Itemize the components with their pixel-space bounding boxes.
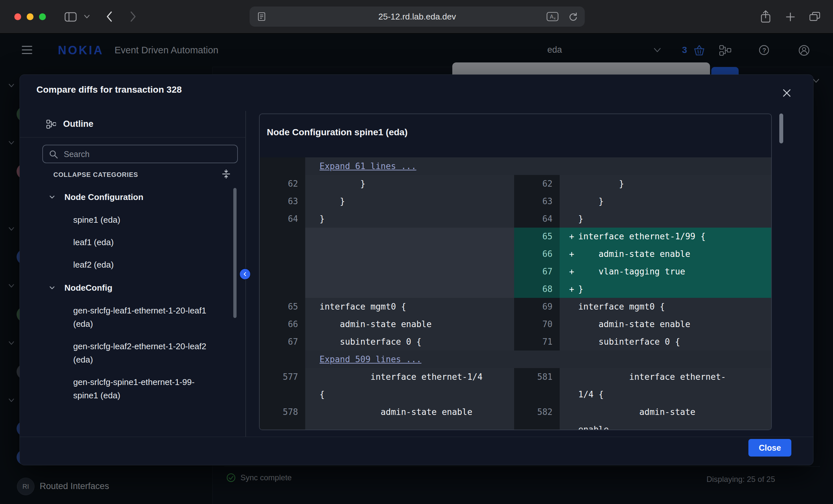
new-tab-icon[interactable] — [785, 12, 795, 22]
diff-code-cell — [305, 245, 514, 263]
traffic-light-minimize[interactable] — [27, 13, 33, 20]
tabs-overview-icon[interactable] — [809, 11, 820, 22]
traffic-light-close[interactable] — [14, 13, 21, 20]
diff-prefix: + — [569, 245, 578, 263]
diff-panel: Node Configuration spine1 (eda) Expand 6… — [259, 114, 772, 430]
diff-code-cell: subinterface 0 { — [305, 333, 514, 351]
diff-code-cell: } — [560, 193, 771, 210]
collapse-categories-row[interactable]: COLLAPSE CATEGORIES — [53, 171, 236, 178]
diff-prefix: + — [569, 280, 578, 298]
collapse-categories-label: COLLAPSE CATEGORIES — [53, 171, 138, 178]
tree-item[interactable]: leaf1 (eda) — [42, 231, 216, 254]
diff-code-line: + vlan-tagging true — [569, 263, 771, 280]
diff-panel-title: Node Configuration spine1 (eda) — [260, 114, 771, 157]
diff-expand-row: Expand 509 lines ... — [260, 351, 771, 368]
translate-icon[interactable]: Ax — [546, 12, 559, 22]
diff-line-number: 63 — [260, 193, 305, 210]
diff-code-line: admin-state enable — [569, 316, 771, 333]
tree-item-label: spine1 (eda) — [73, 215, 120, 225]
diff-code-cell: interface ethernet-1/4 { — [560, 368, 771, 403]
panel-collapse-button[interactable] — [239, 268, 251, 280]
tree-item[interactable]: spine1 (eda) — [42, 209, 216, 231]
expand-lines-link[interactable]: Expand 61 lines ... — [319, 161, 416, 171]
compare-diffs-modal: Compare diffs for transaction 328 Outlin… — [20, 74, 813, 465]
tree-item[interactable]: gen-srlcfg-spine1-ethernet-1-99-spine1 (… — [42, 371, 216, 407]
traffic-light-zoom[interactable] — [39, 13, 46, 20]
tree-scrollbar[interactable] — [233, 188, 237, 318]
diff-row: 67 subinterface 0 {71 subinterface 0 { — [260, 333, 771, 351]
diff-code-line: } — [319, 175, 514, 193]
diff-line-number — [260, 228, 305, 245]
diff-code-cell — [305, 263, 514, 280]
modal-footer-divider — [20, 437, 813, 437]
diff-code-cell: } — [560, 210, 771, 228]
diff-code-text: admin-state — [578, 407, 695, 417]
sidebar-toggle-icon[interactable] — [65, 12, 77, 22]
diff-code-line: +} — [569, 280, 771, 298]
diff-code-cell: + admin-state enable — [560, 245, 771, 263]
svg-text:x: x — [554, 16, 556, 20]
chevron-down-icon — [49, 194, 55, 200]
diff-gutter — [260, 157, 305, 175]
diff-line-number: 62 — [260, 175, 305, 193]
diff-code-cell: admin-state enable — [560, 316, 771, 333]
tree-category[interactable]: Node Configuration — [42, 185, 231, 209]
diff-code-line: subinterface 0 { — [569, 333, 771, 351]
diff-line-number: 65 — [260, 298, 305, 316]
outline-search[interactable] — [42, 145, 238, 163]
diff-rows: Expand 61 lines ...62 }62 }63 }63 }64}64… — [260, 157, 771, 430]
tree-category[interactable]: NodeConfig — [42, 276, 231, 300]
tree-item[interactable]: leaf2 (eda) — [42, 254, 216, 276]
browser-toolbar: 25-12.rd.lab.eda.dev Ax — [0, 0, 833, 33]
tree-item[interactable]: gen-srlcfg-leaf1-ethernet-1-20-leaf1 (ed… — [42, 300, 216, 335]
diff-code-cell: subinterface 0 { — [560, 333, 771, 351]
forward-button[interactable] — [128, 10, 138, 23]
diff-line-number: 68 — [514, 280, 560, 298]
tree-item[interactable]: gen-srlcfg-leaf2-ethernet-1-20-leaf2 (ed… — [42, 335, 216, 371]
diff-code-text: interface ethernet-1/99 { — [578, 231, 706, 241]
diff-code-line: + admin-state enable — [569, 245, 771, 263]
diff-line-number: 577 — [260, 368, 305, 403]
diff-row: 67+ vlan-tagging true — [260, 263, 771, 280]
diff-code-line: } — [319, 193, 514, 210]
diff-line-number: 65 — [514, 228, 560, 245]
diff-code-cell: } — [305, 193, 514, 210]
diff-code-line: enable — [569, 421, 771, 430]
diff-code-line: } — [569, 175, 771, 193]
tree-category-label: Node Configuration — [65, 192, 143, 202]
diff-code-line: interface mgmt0 { — [319, 298, 514, 316]
tree-category-label: NodeConfig — [65, 283, 112, 293]
tree-item-label: gen-srlcfg-leaf1-ethernet-1-20-leaf1 (ed… — [73, 306, 206, 329]
diff-code-cell: +interface ethernet-1/99 { — [560, 228, 771, 245]
share-icon[interactable] — [760, 10, 771, 23]
diff-line-number: 71 — [514, 333, 560, 351]
modal-close-button[interactable] — [781, 86, 794, 100]
diff-code-text: } — [578, 196, 603, 206]
search-input[interactable] — [63, 146, 234, 162]
diff-code-line: interface mgmt0 { — [569, 298, 771, 316]
close-button[interactable]: Close — [748, 439, 791, 456]
expand-lines-link[interactable]: Expand 509 lines ... — [319, 354, 421, 364]
diff-line-number: 69 — [514, 298, 560, 316]
diff-scrollbar[interactable] — [779, 114, 783, 143]
back-button[interactable] — [105, 10, 114, 23]
diff-code-line: admin-state — [569, 403, 771, 421]
diff-gutter — [260, 351, 305, 368]
reload-icon[interactable] — [568, 11, 578, 22]
url-text[interactable]: 25-12.rd.lab.eda.dev — [249, 6, 585, 27]
outline-tree: Node Configurationspine1 (eda)leaf1 (eda… — [42, 185, 231, 407]
diff-code-cell: } — [560, 175, 771, 193]
address-bar[interactable]: 25-12.rd.lab.eda.dev Ax — [249, 6, 585, 27]
tree-item-label: gen-srlcfg-spine1-ethernet-1-99-spine1 (… — [73, 377, 195, 400]
diff-code-cell: } — [305, 210, 514, 228]
diff-code-line: admin-state enable — [319, 403, 514, 421]
tab-group-chevron-icon[interactable] — [84, 14, 90, 19]
diff-code-line: } — [569, 193, 771, 210]
collapse-all-icon[interactable] — [221, 169, 231, 179]
close-icon — [781, 87, 792, 99]
diff-code-cell — [305, 228, 514, 245]
diff-prefix: + — [569, 263, 578, 280]
diff-code-line: { — [319, 386, 514, 403]
diff-code-line: } — [319, 210, 514, 228]
diff-line-number — [260, 280, 305, 298]
